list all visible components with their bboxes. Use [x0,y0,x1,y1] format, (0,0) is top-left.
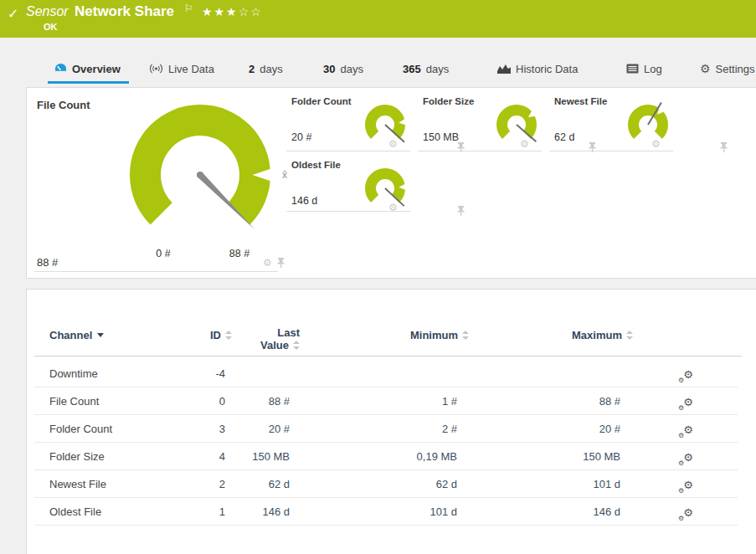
gauge-settings-icon[interactable]: ⚙ [388,139,398,149]
gauge-title-folder-count: Folder Count [291,96,352,106]
table-row[interactable]: Downtime -4 ⚙⚙ [27,360,756,387]
cell-channel[interactable]: Newest File [49,470,171,498]
sensor-kind-label: Sensor [26,4,69,19]
channel-settings-button[interactable]: ⚙⚙ [673,443,698,470]
channels-table-panel: Channel ID Last Value Minimum Maximum Do… [26,289,756,554]
gauge-settings-icon[interactable]: ⚙ [263,258,272,268]
gauge-min-label: 0 # [148,248,178,259]
gear-icon: ⚙ [700,63,711,74]
cell-id: 1 [175,498,225,526]
tab-2-days[interactable]: 2days [249,59,283,79]
table-row[interactable]: Newest File 2 62 d 62 d 101 d ⚙⚙ [27,470,756,498]
gears-icon: ⚙⚙ [678,369,693,384]
gauge-cell-folder-size: Folder Size 150 MB ⚙ [418,91,549,151]
divider [418,151,542,151]
sensor-title: Network Share [75,3,174,20]
table-row[interactable]: Folder Size 4 150 MB 0,19 MB 150 MB ⚙⚙ [27,443,756,470]
tab-settings[interactable]: ⚙ Settings [700,59,755,79]
gauge-settings-icon[interactable]: ⚙ [520,139,529,149]
gauge-cell-oldest-file: Oldest File 146 d ⚙ [286,155,418,212]
cell-maximum: 150 MB [537,443,620,470]
sensor-header: ✓ Sensor Network Share ⚐ ★★★☆☆ OK [0,0,756,38]
gauge-value-newest-file: 62 d [554,131,574,143]
gauge-cell-folder-count: Folder Count 20 # ⚙ [286,91,418,151]
sort-icon [225,330,232,341]
gears-icon: ⚙⚙ [678,397,693,412]
pin-icon[interactable] [277,258,285,268]
cell-id: 2 [175,470,225,498]
area-chart-icon [497,64,511,74]
channel-settings-button[interactable]: ⚙⚙ [673,498,698,526]
gauge-title-file-count: File Count [37,99,90,111]
cell-minimum: 101 d [373,498,457,526]
cell-id: -4 [175,360,225,387]
column-header-minimum[interactable]: Minimum [385,328,469,341]
gears-icon: ⚙⚙ [678,507,693,522]
column-header-id[interactable]: ID [182,328,232,341]
gauge-settings-icon[interactable]: ⚙ [651,139,661,149]
cell-id: 4 [175,443,225,470]
cell-channel[interactable]: Downtime [49,360,171,387]
gauge-value-file-count: 88 # [37,256,58,269]
sort-icon [626,330,633,341]
gauge-title-newest-file: Newest File [554,96,607,106]
log-icon [626,64,639,74]
cell-last-value: 20 # [223,415,290,443]
broadcast-icon [149,63,163,74]
column-header-channel[interactable]: Channel [49,328,104,341]
table-row[interactable]: Folder Count 3 20 # 2 # 20 # ⚙⚙ [27,415,756,443]
gauge-value-oldest-file: 146 d [291,195,317,207]
status-check-icon: ✓ [8,6,18,22]
tab-historic-data[interactable]: Historic Data [497,59,578,79]
cell-minimum: 2 # [373,415,457,443]
cell-channel[interactable]: Oldest File [49,498,171,526]
channel-settings-button[interactable]: ⚙⚙ [673,360,698,387]
cell-channel[interactable]: Folder Count [49,415,171,443]
channel-settings-button[interactable]: ⚙⚙ [673,470,698,498]
cell-maximum: 20 # [537,415,620,443]
tab-365-days[interactable]: 365days [403,59,449,79]
cell-channel[interactable]: File Count [49,387,171,415]
tab-30-days[interactable]: 30days [323,59,363,79]
column-header-maximum[interactable]: Maximum [549,328,633,341]
tab-log[interactable]: Log [626,59,662,79]
channel-settings-button[interactable]: ⚙⚙ [673,387,698,415]
folder-count-gauge [355,95,415,150]
header-divider [34,356,742,357]
divider [549,151,673,151]
gauge-value-folder-size: 150 MB [423,131,459,143]
channel-rows: Downtime -4 ⚙⚙ File Count 0 88 # 1 # 88 … [27,360,756,526]
gauge-title-oldest-file: Oldest File [291,160,341,170]
sort-icon [293,340,300,351]
pin-icon[interactable] [457,206,465,216]
cell-maximum: 101 d [537,470,620,498]
cell-last-value: 62 d [223,470,290,498]
cell-minimum: 1 # [373,387,457,415]
gears-icon: ⚙⚙ [678,480,693,495]
cell-maximum: 88 # [537,387,620,415]
table-row[interactable]: File Count 0 88 # 1 # 88 # ⚙⚙ [27,387,756,415]
table-row[interactable]: Oldest File 1 146 d 101 d 146 d ⚙⚙ [27,498,756,526]
cell-maximum: 146 d [537,498,620,526]
cell-channel[interactable]: Folder Size [49,443,171,470]
gauge-title-folder-size: Folder Size [423,96,474,106]
tab-live-data[interactable]: Live Data [149,59,214,79]
priority-stars[interactable]: ★★★☆☆ [202,5,263,18]
pin-icon[interactable] [720,142,728,152]
sort-desc-icon [97,333,104,337]
cell-id: 0 [175,387,225,415]
column-header-last-value[interactable]: Last Value [251,326,300,351]
tab-overview[interactable]: Overview [54,59,121,79]
newest-file-gauge [618,95,678,150]
channel-settings-button[interactable]: ⚙⚙ [673,415,698,443]
active-tab-underline [48,81,129,84]
prtg-sensor-page: ✓ Sensor Network Share ⚐ ★★★☆☆ OK Overvi… [0,0,756,554]
cell-id: 3 [175,415,225,443]
status-badge: OK [44,22,58,32]
gauge-icon [54,63,67,75]
tab-bar: Overview Live Data 2days 30days 365days [0,49,756,82]
divider [286,211,410,212]
flag-icon[interactable]: ⚐ [184,3,193,14]
cell-last-value: 146 d [223,498,290,526]
divider [286,151,410,151]
